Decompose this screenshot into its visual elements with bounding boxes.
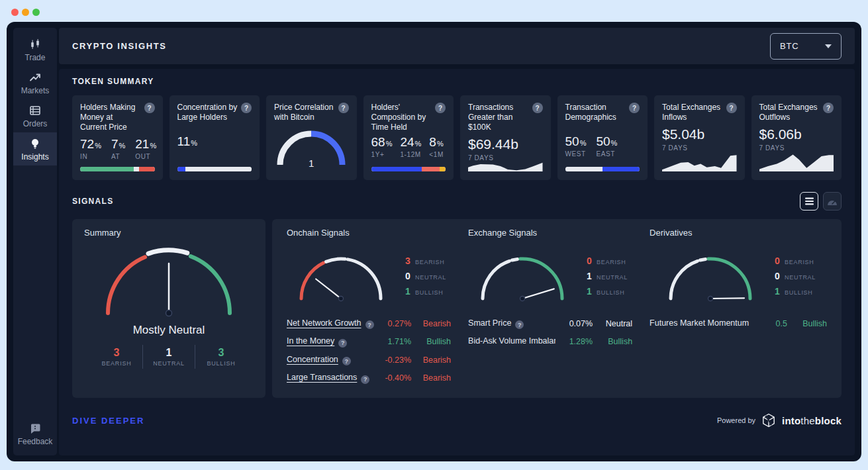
gauge-view-toggle[interactable] bbox=[823, 192, 842, 211]
signals-view-toggles bbox=[800, 192, 842, 211]
card-title: Total Exchanges Inflows bbox=[662, 103, 726, 122]
powered-by-link[interactable]: Powered by intotheblock bbox=[717, 412, 842, 428]
candlestick-icon bbox=[28, 38, 42, 51]
bullish-caption: BULLISH bbox=[415, 289, 443, 296]
signal-link[interactable]: Concentration bbox=[287, 355, 338, 364]
gauge-needle bbox=[316, 279, 341, 299]
gauge-needle bbox=[522, 289, 554, 299]
neutral-count: 0 bbox=[775, 271, 781, 281]
help-icon[interactable]: ? bbox=[629, 103, 640, 113]
signal-row: Net Network Growth? 0.27% Bearish bbox=[287, 314, 451, 333]
signal-row: Futures Market Momentum? 0.5 Bullish bbox=[650, 314, 827, 333]
signal-status: Bullish bbox=[411, 337, 451, 346]
exchange-rows: Smart Price? 0.07% Neutral Bid-Ask Volum… bbox=[468, 314, 632, 351]
signal-link[interactable]: In the Money bbox=[287, 336, 334, 346]
help-icon[interactable]: ? bbox=[365, 320, 374, 329]
bullish-count: 1 bbox=[405, 286, 411, 297]
sidebar-item-label: Orders bbox=[23, 119, 48, 128]
help-icon[interactable]: ? bbox=[241, 103, 252, 113]
feedback-bubble-icon bbox=[28, 422, 42, 435]
neutral-count: 0 bbox=[405, 271, 411, 281]
help-icon[interactable]: ? bbox=[338, 103, 349, 113]
card-caption: 7 DAYS bbox=[662, 144, 737, 152]
summary-title: Summary bbox=[84, 228, 121, 238]
intotheblock-logo-icon bbox=[761, 412, 777, 428]
sidebar-item-orders[interactable]: Orders bbox=[13, 99, 57, 132]
sidebar-item-markets[interactable]: Markets bbox=[13, 66, 57, 99]
bearish-caption: BEARISH bbox=[785, 259, 814, 265]
card-exchanges-inflows: Total Exchanges Inflows ? $5.04b 7 DAYS bbox=[654, 95, 745, 180]
sidebar-item-label: Insights bbox=[21, 152, 48, 162]
bullish-caption: BULLISH bbox=[785, 289, 812, 296]
asset-selector[interactable]: BTC bbox=[770, 33, 842, 60]
neutral-caption: NEUTRAL bbox=[785, 274, 816, 281]
signal-value: -0.40% bbox=[374, 373, 411, 383]
signal-label: Smart Price bbox=[468, 318, 511, 328]
card-title: Total Exchanges Outflows bbox=[759, 103, 824, 122]
stat-value: 50 bbox=[565, 134, 579, 148]
list-view-toggle[interactable] bbox=[800, 192, 818, 211]
signal-status: Bullish bbox=[593, 337, 632, 346]
card-price-correlation: Price Correlation with Bitcoin ? 1 bbox=[266, 95, 357, 180]
help-icon[interactable]: ? bbox=[532, 103, 543, 113]
correlation-gauge: 1 bbox=[275, 126, 348, 171]
help-icon[interactable]: ? bbox=[361, 375, 369, 384]
stat-value: 21 bbox=[135, 137, 149, 151]
help-icon[interactable]: ? bbox=[515, 320, 524, 329]
help-icon[interactable]: ? bbox=[144, 103, 155, 113]
signals-heading: SIGNALS bbox=[72, 197, 113, 206]
stat-value: 11 bbox=[177, 134, 191, 148]
help-icon[interactable]: ? bbox=[435, 103, 446, 113]
page-title: CRYPTO INSIGHTS bbox=[72, 41, 166, 51]
card-large-transactions: Transactions Greater than $100K ? $69.44… bbox=[460, 95, 551, 180]
card-title: Transactions Greater than $100K bbox=[468, 103, 532, 132]
sidebar-spacer bbox=[13, 165, 57, 417]
header-bar: CRYPTO INSIGHTS BTC bbox=[59, 28, 855, 64]
card-title: Holders' Composition by Time Held bbox=[371, 103, 436, 132]
dive-deeper-link[interactable]: DIVE DEEPER bbox=[72, 416, 144, 426]
derivatives-title: Derivatives bbox=[650, 228, 692, 238]
signal-row: Bid-Ask Volume Imbalance? 1.28% Bullish bbox=[468, 333, 632, 352]
content-footer: DIVE DEEPER Powered by intotheblock bbox=[72, 412, 842, 428]
card-caption: 7 DAYS bbox=[468, 154, 543, 162]
help-icon[interactable]: ? bbox=[342, 357, 351, 365]
signal-status: Neutral bbox=[593, 319, 632, 328]
area-sparkline bbox=[759, 152, 834, 171]
onchain-gauge bbox=[291, 248, 391, 304]
neutral-caption: NEUTRAL bbox=[597, 274, 628, 281]
help-icon[interactable]: ? bbox=[726, 103, 737, 113]
sidebar-item-label: Markets bbox=[21, 86, 50, 95]
summary-panel: Summary Mostly Neutral 3BEARISH 1NEUTRAL bbox=[72, 219, 265, 398]
sidebar-item-label: Trade bbox=[25, 53, 46, 62]
signal-value: 0.07% bbox=[555, 319, 593, 328]
chevron-down-icon bbox=[825, 44, 832, 48]
onchain-rows: Net Network Growth? 0.27% Bearish In the… bbox=[287, 314, 451, 387]
sidebar-item-feedback[interactable]: Feedback bbox=[13, 417, 57, 450]
sidebar-item-trade[interactable]: Trade bbox=[13, 33, 57, 66]
stat-value: 72 bbox=[80, 137, 94, 151]
sidebar-item-insights[interactable]: Insights bbox=[13, 132, 57, 165]
app-window: Trade Markets Orders Insights bbox=[7, 22, 861, 461]
minimize-window-dot[interactable] bbox=[22, 9, 29, 16]
signals-panels: Summary Mostly Neutral 3BEARISH 1NEUTRAL bbox=[72, 219, 842, 398]
signal-link[interactable]: Large Transactions bbox=[287, 373, 357, 382]
signal-detail-panel: Onchain Signals 3BEARISH bbox=[272, 219, 842, 398]
area-sparkline bbox=[468, 162, 543, 171]
card-transaction-demographics: Transaction Demographics ? 50%WEST 50%EA… bbox=[557, 95, 648, 180]
bullish-count: 1 bbox=[587, 286, 593, 297]
derivatives-rows: Futures Market Momentum? 0.5 Bullish bbox=[650, 314, 827, 333]
bearish-count: 3 bbox=[405, 256, 411, 266]
gauge-icon bbox=[826, 197, 838, 206]
signal-link[interactable]: Net Network Growth bbox=[287, 318, 362, 328]
bearish-count: 3 bbox=[91, 347, 142, 359]
bullish-caption: BULLISH bbox=[195, 360, 247, 367]
help-icon[interactable]: ? bbox=[338, 339, 347, 348]
orders-table-icon bbox=[28, 104, 42, 117]
card-big-value: $6.06b bbox=[759, 126, 834, 142]
summary-verdict: Mostly Neutral bbox=[133, 324, 205, 337]
help-icon[interactable]: ? bbox=[823, 103, 834, 113]
signal-value: 0.27% bbox=[374, 319, 411, 328]
distribution-bar bbox=[80, 167, 155, 171]
maximize-window-dot[interactable] bbox=[32, 9, 40, 16]
close-window-dot[interactable] bbox=[11, 9, 19, 16]
